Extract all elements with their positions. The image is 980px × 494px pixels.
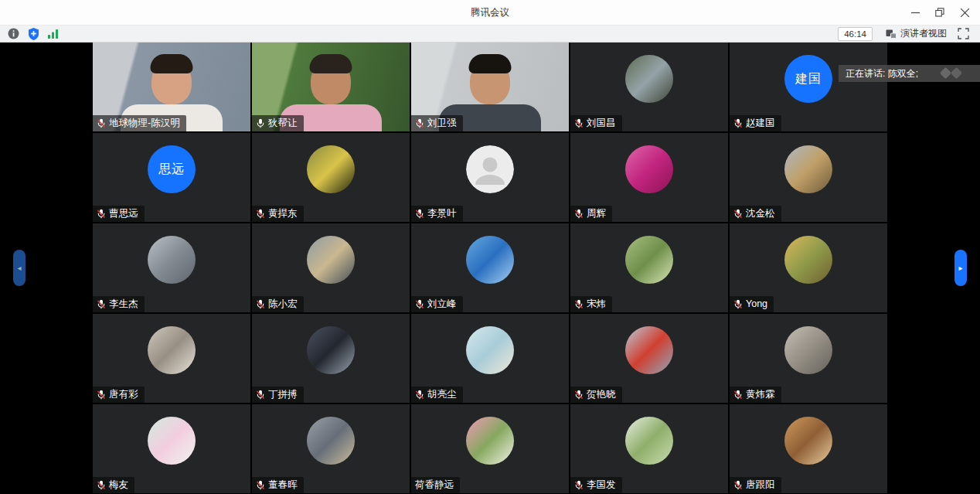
participant-name: Yong (746, 298, 767, 309)
avatar-photo (784, 236, 832, 284)
participant-tile[interactable]: 周辉 (570, 133, 728, 222)
participant-name-label: 地球物理-陈汉明 (93, 115, 186, 131)
mic-muted-icon (733, 299, 743, 309)
mic-muted-icon (415, 390, 424, 400)
participant-name: 陈小宏 (268, 298, 298, 309)
participant-name-label: 李生杰 (93, 296, 145, 312)
participant-grid: 地球物理-陈汉明狄帮让刘卫强刘国昌建国赵建国思远曹思远黄捍东李景叶周辉沈金松李生… (93, 43, 887, 494)
participant-tile[interactable]: 狄帮让 (252, 43, 410, 131)
participant-name: 唐有彩 (109, 389, 138, 400)
participant-name: 刘国昌 (587, 118, 616, 128)
participant-name-label: 贺艳晓 (570, 387, 622, 403)
participant-tile[interactable]: 胡亮尘 (411, 314, 569, 403)
mic-on-icon (256, 118, 265, 128)
participant-name: 董春晖 (268, 479, 298, 490)
participant-name: 刘立峰 (427, 298, 457, 309)
meeting-stage: 地球物理-陈汉明狄帮让刘卫强刘国昌建国赵建国思远曹思远黄捍东李景叶周辉沈金松李生… (0, 43, 980, 494)
participant-tile[interactable]: 地球物理-陈汉明 (93, 43, 250, 131)
participant-tile[interactable]: 唐有彩 (93, 314, 250, 403)
window-controls (903, 0, 977, 25)
participant-tile[interactable]: 陈小宏 (252, 223, 410, 312)
participant-name: 地球物理-陈汉明 (109, 118, 180, 128)
titlebar: 腾讯会议 (0, 0, 980, 25)
avatar-photo (466, 326, 514, 374)
mic-muted-icon (97, 390, 106, 400)
avatar-photo (307, 236, 355, 284)
avatar-photo (307, 326, 355, 374)
chevron-right-icon: ▸ (958, 264, 962, 272)
speaking-banner-text: 正在讲话: 陈双全; (846, 67, 918, 80)
avatar-photo (148, 236, 196, 284)
restore-button[interactable] (927, 0, 952, 25)
toolbar: 46:14 演讲者视图 (0, 25, 980, 43)
participant-name-label: 黄炜霖 (730, 387, 781, 403)
participant-name-label: 荷香静远 (411, 477, 460, 493)
minimize-icon (911, 9, 920, 17)
participant-tile[interactable]: 李国发 (570, 404, 728, 493)
participant-tile[interactable]: 李生杰 (93, 223, 250, 312)
participant-tile[interactable]: 黄炜霖 (730, 314, 887, 403)
participant-tile[interactable]: 唐跟阳 (730, 404, 887, 493)
participant-name: 赵建国 (746, 118, 775, 128)
participant-name-label: 丁拼搏 (252, 387, 304, 403)
participant-name-label: 赵建国 (730, 115, 781, 131)
close-button[interactable] (952, 0, 977, 25)
info-icon[interactable] (8, 28, 19, 39)
mic-muted-icon (97, 299, 106, 309)
participant-tile[interactable]: 董春晖 (252, 404, 410, 493)
toolbar-left-icons (8, 28, 59, 40)
mic-muted-icon (415, 299, 424, 309)
person-hair (310, 54, 352, 73)
mic-muted-icon (256, 209, 265, 219)
participant-name: 曹思远 (109, 208, 138, 219)
close-icon (961, 9, 969, 17)
avatar-photo (625, 417, 673, 465)
participant-tile[interactable]: 黄捍东 (252, 133, 410, 222)
participant-tile[interactable]: 李景叶 (411, 133, 569, 222)
network-signal-icon[interactable] (48, 29, 59, 39)
participant-name-label: 黄捍东 (252, 206, 304, 222)
participant-tile[interactable]: 刘国昌 (570, 43, 728, 131)
participant-tile[interactable]: 宋炜 (570, 223, 728, 312)
fullscreen-button[interactable] (958, 28, 969, 39)
participant-name: 荷香静远 (415, 479, 454, 490)
mic-muted-icon (574, 209, 584, 219)
avatar-photo (625, 236, 673, 284)
next-page-button[interactable]: ▸ (954, 250, 967, 286)
participant-name: 狄帮让 (268, 118, 298, 128)
participant-tile[interactable]: 荷香静远 (411, 404, 569, 493)
participant-tile[interactable]: 刘立峰 (411, 223, 569, 312)
person-hair (469, 54, 512, 73)
speaker-view-button[interactable]: 演讲者视图 (886, 27, 947, 40)
shield-plus-icon[interactable] (28, 28, 39, 40)
participant-tile[interactable]: 建国赵建国 (730, 43, 887, 131)
participant-name-label: Yong (730, 296, 774, 312)
mic-muted-icon (97, 480, 106, 490)
avatar-photo (625, 145, 673, 193)
mic-muted-icon (256, 480, 265, 490)
mic-muted-icon (733, 390, 743, 400)
minimize-button[interactable] (903, 0, 927, 25)
speaking-banner: 正在讲话: 陈双全; (839, 65, 980, 82)
mic-muted-icon (97, 118, 106, 128)
participant-tile[interactable]: 刘卫强 (411, 43, 569, 131)
restore-icon (935, 8, 944, 17)
participant-tile[interactable]: 思远曹思远 (93, 133, 250, 222)
participant-tile[interactable]: Yong (730, 223, 887, 312)
participant-tile[interactable]: 贺艳晓 (570, 314, 728, 403)
meeting-logo-watermark (935, 66, 969, 81)
prev-page-button[interactable]: ◂ (13, 250, 26, 286)
participant-tile[interactable]: 沈金松 (730, 133, 887, 222)
participant-name-label: 沈金松 (730, 206, 781, 222)
participant-name-label: 狄帮让 (252, 115, 304, 131)
chevron-left-icon: ◂ (17, 264, 21, 272)
participant-name: 周辉 (587, 208, 606, 219)
fullscreen-icon (958, 28, 969, 39)
mic-muted-icon (415, 209, 424, 219)
participant-name: 沈金松 (746, 208, 775, 219)
participant-tile[interactable]: 丁拼搏 (252, 314, 410, 403)
participant-tile[interactable]: 梅友 (93, 404, 250, 493)
avatar-photo (625, 326, 673, 374)
participant-name-label: 刘国昌 (570, 115, 622, 131)
participant-name-label: 唐有彩 (93, 387, 145, 403)
